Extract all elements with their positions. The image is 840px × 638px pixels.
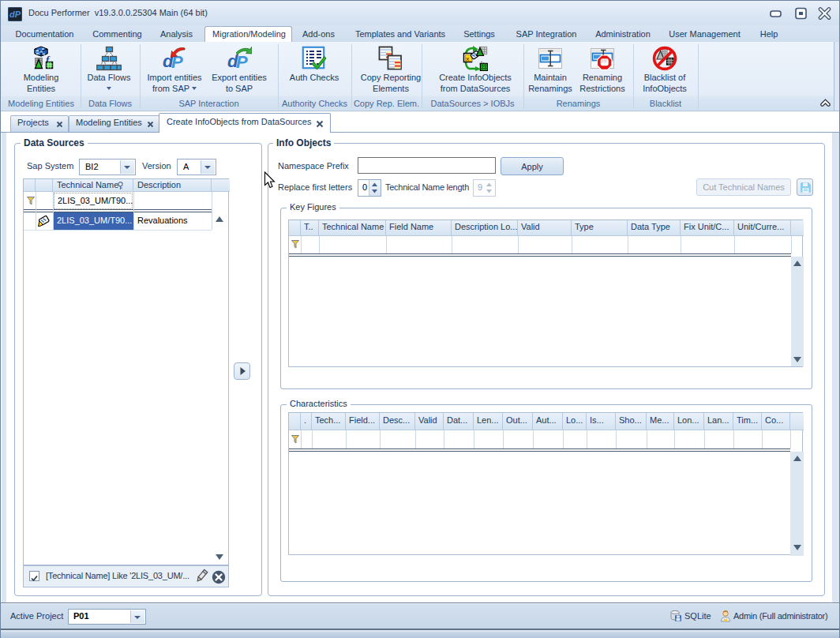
svg-text:x: x [466, 55, 470, 62]
svg-text:dP: dP [9, 9, 21, 19]
svg-text:P: P [236, 52, 248, 71]
